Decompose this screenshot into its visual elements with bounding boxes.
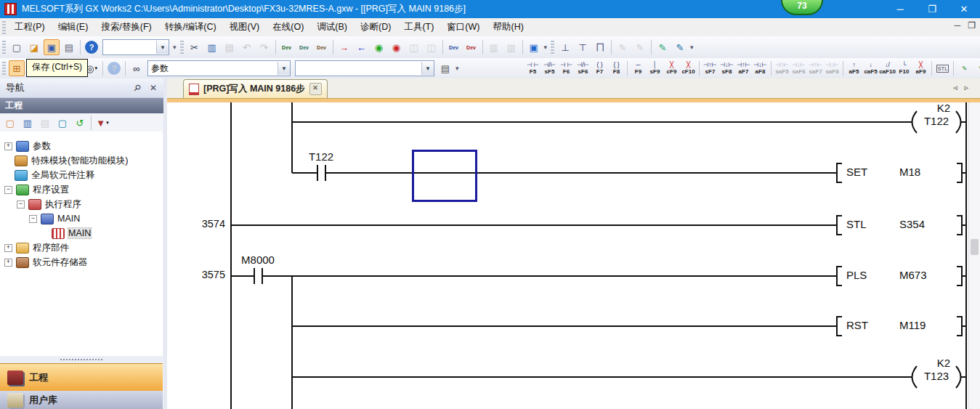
edit-note-icon[interactable]: ✎ (632, 39, 648, 55)
falling-pulse-branch-button[interactable]: ⊣↓⊢aF8 (752, 59, 769, 78)
menu-item-5[interactable]: 在线(O) (266, 19, 310, 36)
tree-item--4[interactable]: −执行程序 (0, 197, 163, 211)
statement-display-icon[interactable]: ✎ (655, 39, 671, 55)
redo-icon[interactable]: ↷ (256, 39, 272, 55)
ladder-canvas[interactable]: T122K2T122SETM18STLS3543574M8000PLSM6733… (167, 102, 969, 409)
navigation-window-toggle-icon[interactable]: ⊞ (9, 60, 25, 76)
copy-item-icon[interactable]: ▥ (20, 115, 36, 131)
tree-item-main-5[interactable]: −MAIN (0, 211, 163, 226)
new-item-icon[interactable]: ▢ (2, 115, 18, 131)
menu-item-1[interactable]: 编辑(E) (52, 19, 95, 36)
insert-pulse-branch-icon[interactable]: ⨅ (592, 39, 608, 55)
menu-item-7[interactable]: 诊断(D) (354, 19, 397, 36)
help-icon[interactable]: ? (85, 41, 98, 54)
copy-icon[interactable]: ▥ (204, 39, 220, 55)
coil-button[interactable]: ( )F7 (591, 59, 608, 78)
property-icon[interactable]: ▢ (54, 115, 70, 131)
delete-line-button[interactable]: ╳aF9 (912, 59, 929, 78)
falling-pulse-close-branch-button[interactable]: ⊣↓⊢saF8 (824, 59, 841, 78)
cross-reference-icon[interactable]: ▥ (486, 39, 502, 55)
help-context-icon[interactable]: ? (108, 62, 121, 75)
paste-icon[interactable]: ▤ (222, 39, 238, 55)
delete-vertical-line-button[interactable]: ╳cF10 (680, 59, 697, 78)
device-test-icon[interactable]: Dev (463, 39, 479, 55)
mdi-restore-button[interactable]: ❐ (968, 20, 976, 31)
tree-expander-icon[interactable]: − (17, 201, 25, 208)
menu-item-3[interactable]: 转换/编译(C) (158, 19, 223, 36)
falling-pulse-close-button[interactable]: ⊣↓⊢saF6 (790, 59, 807, 78)
stop-monitoring-icon[interactable]: ◉ (389, 39, 405, 55)
tree-item--1[interactable]: 特殊模块(智能功能模块) (0, 153, 163, 168)
ladder-edit-cursor[interactable] (412, 150, 477, 202)
minimize-button[interactable]: ─ (884, 0, 916, 18)
vertical-line-button[interactable]: │sF9 (647, 59, 663, 78)
close-button[interactable]: ✕ (948, 0, 980, 18)
tree-expander-icon[interactable]: + (4, 259, 12, 267)
tab-close-icon[interactable]: ✕ (309, 83, 322, 95)
combo-dropdown-icon[interactable]: ▼ (156, 41, 169, 54)
application-instruction-button[interactable]: { }F8 (608, 59, 625, 78)
vertical-scrollbar[interactable] (968, 102, 980, 409)
monitor-mode-icon[interactable]: → (336, 39, 352, 55)
note-display-icon[interactable]: ✎ (672, 39, 688, 55)
tab-main-program[interactable]: [PRG]写入 MAIN 9186步 ✕ (183, 79, 328, 98)
new-file-icon[interactable]: ▢ (9, 39, 25, 55)
panel-splitter[interactable] (0, 356, 163, 363)
menu-item-0[interactable]: 工程(P) (8, 19, 52, 36)
write-to-plc-icon[interactable]: Dev (279, 39, 295, 55)
ladder-comment-edit-button[interactable]: ✎ (973, 59, 980, 78)
start-monitoring-icon[interactable]: ◉ (371, 39, 387, 55)
rising-pulse-close-branch-button[interactable]: ⊣↑⊢saF7 (807, 59, 824, 78)
verify-with-plc-icon[interactable]: Dev (314, 39, 330, 55)
find-binoculars-icon[interactable]: ∞ (129, 60, 145, 76)
toolbar-overflow-icon[interactable]: ▾ (455, 65, 459, 72)
pin-icon[interactable]: ⚲ (129, 80, 145, 95)
menu-item-2[interactable]: 搜索/替换(F) (94, 19, 158, 36)
combo-dropdown-icon[interactable]: ▼ (278, 62, 290, 75)
tree-item--0[interactable]: +参数 (0, 139, 163, 153)
tree-item--3[interactable]: −程序设置 (0, 182, 163, 197)
menu-item-9[interactable]: 窗口(W) (440, 19, 486, 36)
insert-close-branch-icon[interactable]: ⊤ (575, 39, 591, 55)
rising-pulse-button[interactable]: ⊣↑⊢sF7 (702, 59, 718, 78)
inline-st-edit-button[interactable]: ✎ (956, 59, 973, 78)
open-contact-button[interactable]: ⊣ ⊢F5 (525, 59, 541, 78)
sort-filter-icon[interactable]: ▼▾ (94, 115, 110, 131)
save-file-icon[interactable]: ▣ (44, 39, 60, 55)
scrollbar-thumb[interactable] (971, 239, 979, 255)
device-batch-monitor-icon[interactable]: Dev (446, 39, 462, 55)
toolbar-combo[interactable]: 参数▼ (147, 60, 291, 76)
program-monitor-icon[interactable]: ▣ (526, 39, 542, 55)
toolbar-overflow-icon[interactable]: ▾ (544, 44, 548, 51)
menu-item-4[interactable]: 视图(V) (223, 19, 267, 36)
falling-pulse-button[interactable]: ⊣↓⊢sF8 (718, 59, 735, 78)
falling-edge-op-button[interactable]: ↓caF5 (862, 59, 879, 78)
close-branch-button[interactable]: ⊣/⊢sF6 (575, 59, 591, 78)
menu-item-10[interactable]: 帮助(H) (486, 19, 530, 36)
tree-item-main-6[interactable]: MAIN (0, 226, 163, 240)
open-file-icon[interactable]: ◪ (26, 39, 42, 55)
tree-item--7[interactable]: +程序部件 (0, 240, 163, 255)
print-icon[interactable]: ▤ (61, 39, 77, 55)
dropdown-arrow-icon[interactable]: ▾ (106, 120, 109, 126)
draw-line-button[interactable]: └F10 (896, 59, 912, 78)
dropdown-arrow-icon[interactable]: ▾ (94, 65, 97, 71)
invert-op-button[interactable]: ↓/caF10 (879, 59, 896, 78)
horizontal-line-button[interactable]: ─F9 (630, 59, 647, 78)
paste-item-icon[interactable]: ▤ (37, 115, 53, 131)
tree-expander-icon[interactable]: + (4, 244, 12, 252)
rising-edge-op-button[interactable]: ↑aF5 (846, 59, 862, 78)
edit-statement-icon[interactable]: ✎ (615, 39, 631, 55)
restore-button[interactable]: ❐ (916, 0, 948, 18)
undo-icon[interactable]: ↶ (239, 39, 255, 55)
insert-open-branch-icon[interactable]: ⊥ (557, 39, 573, 55)
close-panel-icon[interactable]: ✕ (147, 83, 159, 93)
rising-pulse-close-button[interactable]: ⊣↑⊢saF5 (774, 59, 790, 78)
refresh-icon[interactable]: ↺ (72, 115, 88, 131)
toolbar-overflow-icon[interactable]: ▾ (173, 44, 177, 51)
close-contact-button[interactable]: ⊣/⊢sF5 (541, 59, 558, 78)
tab-scroll-arrows[interactable]: ◃▹ (953, 83, 976, 92)
toolbar-combo[interactable]: ▼ (102, 39, 169, 55)
resume-monitoring-icon[interactable]: ◫ (424, 39, 440, 55)
device-list-icon[interactable]: ▥ (503, 39, 519, 55)
